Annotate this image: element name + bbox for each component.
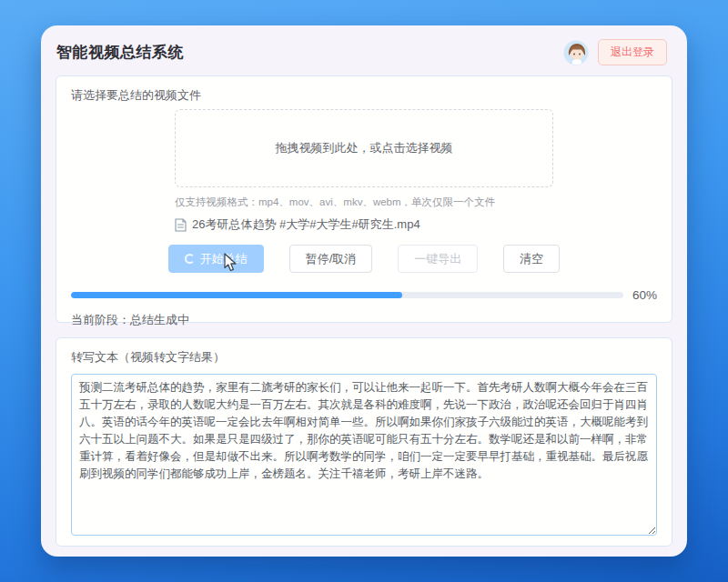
user-avatar[interactable] [563,40,589,65]
upload-section-label: 请选择要总结的视频文件 [71,87,657,104]
action-buttons: 开始总结 暂停/取消 一键导出 清空 [175,245,553,273]
progress-percent: 60% [632,288,657,302]
transcript-textarea[interactable]: 预测二流考研总体的趋势，家里有二旒考研的家长们，可以让他来一起听一下。首先考研人… [71,374,657,536]
video-dropzone[interactable]: 拖拽视频到此处，或点击选择视频 [175,109,553,187]
progress-fill [71,292,402,298]
transcript-section-label: 转写文本（视频转文字结果） [71,349,657,366]
start-summary-label: 开始总结 [200,253,248,265]
start-summary-button[interactable]: 开始总结 [168,245,264,273]
transcript-panel: 转写文本（视频转文字结果） 预测二流考研总体的趋势，家里有二旒考研的家长们，可以… [56,337,672,547]
document-icon [175,218,187,232]
upload-panel: 请选择要总结的视频文件 拖拽视频到此处，或点击选择视频 仅支持视频格式：mp4、… [56,75,672,323]
selected-file-row: 26考研总体趋势 #大学#大学生#研究生.mp4 [175,216,553,233]
export-button[interactable]: 一键导出 [398,245,478,273]
page-title: 智能视频总结系统 [56,42,184,63]
pause-cancel-button[interactable]: 暂停/取消 [289,245,373,273]
current-stage-label: 当前阶段：总结生成中 [71,312,657,328]
avatar-icon [564,41,589,65]
progress-bar [71,292,623,298]
format-hint: 仅支持视频格式：mp4、mov、avi、mkv、webm，单次仅限一个文件 [175,196,553,209]
main-card: 智能视频总结系统 退出登录 请选择要总结的视频文件 拖拽视频到此处，或点击选择视 [41,25,687,557]
loading-spinner-icon [185,254,195,264]
header: 智能视频总结系统 退出登录 [41,25,687,75]
upload-center-column: 拖拽视频到此处，或点击选择视频 仅支持视频格式：mp4、mov、avi、mkv、… [175,109,553,273]
selected-file-name: 26考研总体趋势 #大学#大学生#研究生.mp4 [192,216,420,233]
logout-button[interactable]: 退出登录 [598,39,667,65]
clear-button[interactable]: 清空 [503,245,560,273]
progress-row: 60% [71,288,657,302]
dropzone-text: 拖拽视频到此处，或点击选择视频 [276,140,453,156]
header-actions: 退出登录 [563,39,667,65]
